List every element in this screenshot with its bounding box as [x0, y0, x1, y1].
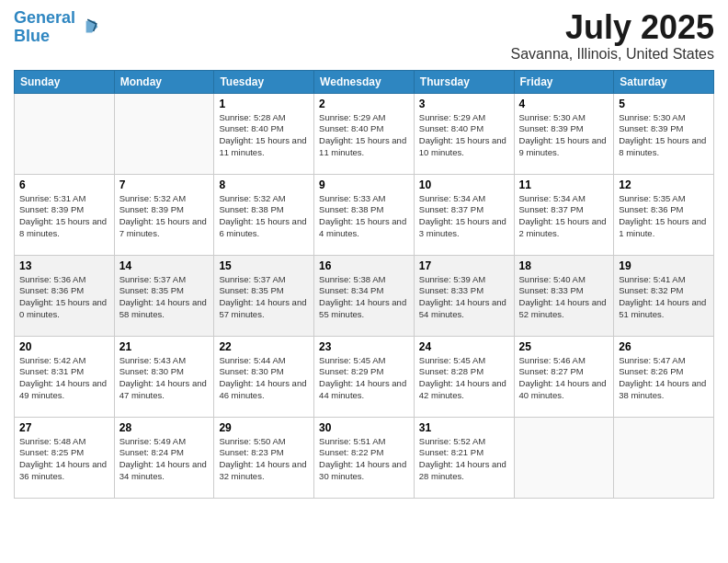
- calendar-cell: [114, 93, 214, 174]
- day-number: 15: [219, 259, 309, 272]
- calendar-cell: 31Sunrise: 5:52 AMSunset: 8:21 PMDayligh…: [414, 417, 514, 498]
- calendar-cell: 22Sunrise: 5:44 AMSunset: 8:30 PMDayligh…: [214, 336, 314, 417]
- calendar-cell: 16Sunrise: 5:38 AMSunset: 8:34 PMDayligh…: [314, 255, 415, 336]
- calendar-cell: 6Sunrise: 5:31 AMSunset: 8:39 PMDaylight…: [15, 174, 115, 255]
- calendar-cell: 7Sunrise: 5:32 AMSunset: 8:39 PMDaylight…: [114, 174, 214, 255]
- day-info: Sunrise: 5:29 AMSunset: 8:40 PMDaylight:…: [319, 112, 409, 159]
- calendar-week-row: 20Sunrise: 5:42 AMSunset: 8:31 PMDayligh…: [15, 336, 714, 417]
- calendar-day-header: Sunday: [15, 70, 115, 93]
- day-info: Sunrise: 5:48 AMSunset: 8:25 PMDaylight:…: [19, 436, 109, 483]
- day-number: 5: [619, 98, 709, 110]
- calendar-cell: 5Sunrise: 5:30 AMSunset: 8:39 PMDaylight…: [614, 93, 714, 174]
- day-info: Sunrise: 5:49 AMSunset: 8:24 PMDaylight:…: [119, 436, 210, 483]
- day-number: 9: [319, 178, 409, 191]
- calendar-table: SundayMondayTuesdayWednesdayThursdayFrid…: [14, 70, 714, 499]
- day-number: 31: [419, 421, 509, 434]
- day-number: 24: [419, 340, 509, 353]
- day-info: Sunrise: 5:39 AMSunset: 8:33 PMDaylight:…: [419, 274, 509, 321]
- day-number: 25: [519, 340, 609, 353]
- day-info: Sunrise: 5:35 AMSunset: 8:36 PMDaylight:…: [619, 193, 709, 240]
- day-number: 3: [419, 98, 509, 110]
- day-info: Sunrise: 5:30 AMSunset: 8:39 PMDaylight:…: [619, 112, 709, 159]
- calendar-cell: 24Sunrise: 5:45 AMSunset: 8:28 PMDayligh…: [414, 336, 514, 417]
- day-number: 27: [19, 421, 109, 434]
- day-number: 16: [319, 259, 409, 272]
- day-number: 10: [419, 178, 509, 191]
- day-info: Sunrise: 5:31 AMSunset: 8:39 PMDaylight:…: [19, 193, 109, 240]
- day-info: Sunrise: 5:40 AMSunset: 8:33 PMDaylight:…: [519, 274, 609, 321]
- calendar-cell: [514, 417, 614, 498]
- calendar-cell: 20Sunrise: 5:42 AMSunset: 8:31 PMDayligh…: [15, 336, 115, 417]
- calendar-cell: 14Sunrise: 5:37 AMSunset: 8:35 PMDayligh…: [114, 255, 214, 336]
- calendar-day-header: Saturday: [614, 70, 714, 93]
- day-number: 17: [419, 259, 509, 272]
- calendar-cell: 21Sunrise: 5:43 AMSunset: 8:30 PMDayligh…: [114, 336, 214, 417]
- day-number: 22: [219, 340, 309, 353]
- day-info: Sunrise: 5:34 AMSunset: 8:37 PMDaylight:…: [419, 193, 509, 240]
- calendar-cell: 3Sunrise: 5:29 AMSunset: 8:40 PMDaylight…: [414, 93, 514, 174]
- day-info: Sunrise: 5:50 AMSunset: 8:23 PMDaylight:…: [219, 436, 309, 483]
- day-info: Sunrise: 5:32 AMSunset: 8:38 PMDaylight:…: [219, 193, 309, 240]
- day-number: 18: [519, 259, 609, 272]
- calendar-cell: 29Sunrise: 5:50 AMSunset: 8:23 PMDayligh…: [214, 417, 314, 498]
- header: General Blue July 2025 Savanna, Illinois…: [14, 9, 714, 63]
- day-info: Sunrise: 5:45 AMSunset: 8:28 PMDaylight:…: [419, 355, 509, 402]
- day-info: Sunrise: 5:44 AMSunset: 8:30 PMDaylight:…: [219, 355, 309, 402]
- calendar-cell: 13Sunrise: 5:36 AMSunset: 8:36 PMDayligh…: [15, 255, 115, 336]
- calendar-week-row: 27Sunrise: 5:48 AMSunset: 8:25 PMDayligh…: [15, 417, 714, 498]
- day-info: Sunrise: 5:52 AMSunset: 8:21 PMDaylight:…: [419, 436, 509, 483]
- logo: General Blue: [14, 9, 99, 46]
- day-info: Sunrise: 5:33 AMSunset: 8:38 PMDaylight:…: [319, 193, 409, 240]
- calendar-header-row: SundayMondayTuesdayWednesdayThursdayFrid…: [15, 70, 714, 93]
- calendar-cell: 12Sunrise: 5:35 AMSunset: 8:36 PMDayligh…: [614, 174, 714, 255]
- calendar-cell: 9Sunrise: 5:33 AMSunset: 8:38 PMDaylight…: [314, 174, 415, 255]
- calendar-cell: 1Sunrise: 5:28 AMSunset: 8:40 PMDaylight…: [214, 93, 314, 174]
- logo-text: General Blue: [14, 9, 75, 46]
- day-number: 1: [219, 98, 309, 110]
- day-info: Sunrise: 5:32 AMSunset: 8:39 PMDaylight:…: [119, 193, 210, 240]
- day-number: 26: [619, 340, 709, 353]
- day-number: 19: [619, 259, 709, 272]
- day-info: Sunrise: 5:46 AMSunset: 8:27 PMDaylight:…: [519, 355, 609, 402]
- title-block: July 2025 Savanna, Illinois, United Stat…: [511, 9, 714, 63]
- day-info: Sunrise: 5:41 AMSunset: 8:32 PMDaylight:…: [619, 274, 709, 321]
- day-info: Sunrise: 5:28 AMSunset: 8:40 PMDaylight:…: [219, 112, 309, 159]
- day-number: 6: [19, 178, 109, 191]
- calendar-day-header: Friday: [514, 70, 614, 93]
- calendar-cell: 4Sunrise: 5:30 AMSunset: 8:39 PMDaylight…: [514, 93, 614, 174]
- day-info: Sunrise: 5:42 AMSunset: 8:31 PMDaylight:…: [19, 355, 109, 402]
- calendar-cell: 11Sunrise: 5:34 AMSunset: 8:37 PMDayligh…: [514, 174, 614, 255]
- calendar-cell: 27Sunrise: 5:48 AMSunset: 8:25 PMDayligh…: [15, 417, 115, 498]
- day-number: 29: [219, 421, 309, 434]
- day-number: 11: [519, 178, 609, 191]
- day-info: Sunrise: 5:38 AMSunset: 8:34 PMDaylight:…: [319, 274, 409, 321]
- day-info: Sunrise: 5:51 AMSunset: 8:22 PMDaylight:…: [319, 436, 409, 483]
- calendar-cell: [614, 417, 714, 498]
- calendar-cell: 23Sunrise: 5:45 AMSunset: 8:29 PMDayligh…: [314, 336, 415, 417]
- day-number: 2: [319, 98, 409, 110]
- day-info: Sunrise: 5:45 AMSunset: 8:29 PMDaylight:…: [319, 355, 409, 402]
- day-number: 23: [319, 340, 409, 353]
- calendar-cell: 30Sunrise: 5:51 AMSunset: 8:22 PMDayligh…: [314, 417, 415, 498]
- calendar-subtitle: Savanna, Illinois, United States: [511, 46, 714, 63]
- day-number: 12: [619, 178, 709, 191]
- day-info: Sunrise: 5:37 AMSunset: 8:35 PMDaylight:…: [219, 274, 309, 321]
- calendar-cell: 19Sunrise: 5:41 AMSunset: 8:32 PMDayligh…: [614, 255, 714, 336]
- day-number: 8: [219, 178, 309, 191]
- calendar-cell: [15, 93, 115, 174]
- calendar-week-row: 1Sunrise: 5:28 AMSunset: 8:40 PMDaylight…: [15, 93, 714, 174]
- calendar-cell: 10Sunrise: 5:34 AMSunset: 8:37 PMDayligh…: [414, 174, 514, 255]
- calendar-day-header: Monday: [114, 70, 214, 93]
- day-info: Sunrise: 5:47 AMSunset: 8:26 PMDaylight:…: [619, 355, 709, 402]
- calendar-cell: 18Sunrise: 5:40 AMSunset: 8:33 PMDayligh…: [514, 255, 614, 336]
- calendar-title: July 2025: [511, 9, 714, 46]
- day-info: Sunrise: 5:36 AMSunset: 8:36 PMDaylight:…: [19, 274, 109, 321]
- day-info: Sunrise: 5:43 AMSunset: 8:30 PMDaylight:…: [119, 355, 210, 402]
- calendar-cell: 17Sunrise: 5:39 AMSunset: 8:33 PMDayligh…: [414, 255, 514, 336]
- calendar-cell: 15Sunrise: 5:37 AMSunset: 8:35 PMDayligh…: [214, 255, 314, 336]
- day-info: Sunrise: 5:34 AMSunset: 8:37 PMDaylight:…: [519, 193, 609, 240]
- calendar-week-row: 13Sunrise: 5:36 AMSunset: 8:36 PMDayligh…: [15, 255, 714, 336]
- day-info: Sunrise: 5:30 AMSunset: 8:39 PMDaylight:…: [519, 112, 609, 159]
- calendar-day-header: Tuesday: [214, 70, 314, 93]
- calendar-cell: 8Sunrise: 5:32 AMSunset: 8:38 PMDaylight…: [214, 174, 314, 255]
